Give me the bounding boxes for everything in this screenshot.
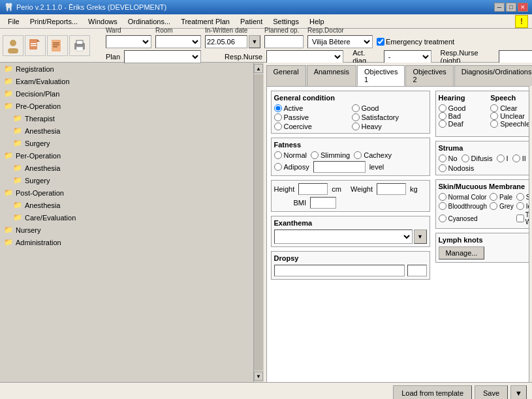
sidebar-item-therapist[interactable]: 📁 Therapist — [0, 112, 253, 125]
radio-skin-pale[interactable]: Pale — [490, 193, 514, 201]
emergency-checkbox[interactable] — [377, 38, 384, 46]
radio-hearing-good-input[interactable] — [439, 104, 446, 112]
sidebar-scrollbar[interactable]: ▲ ▼ — [253, 63, 264, 382]
menu-print[interactable]: Print/Reports... — [25, 16, 83, 27]
radio-skin-grey[interactable]: Grey — [490, 202, 514, 210]
radio-struma-nodosis-input[interactable] — [439, 164, 446, 172]
radio-skin-cyanosed[interactable]: Cyanosed — [439, 211, 488, 226]
radio-coercive-input[interactable] — [274, 123, 282, 130]
room-select[interactable] — [155, 35, 201, 48]
radio-skin-subicteric[interactable]: Subicteric — [516, 193, 529, 201]
scroll-thumb[interactable] — [254, 74, 263, 370]
menu-file[interactable]: File — [3, 16, 25, 27]
turgor-checkbox-item[interactable]: Turgor Weakened — [516, 211, 529, 226]
radio-passive[interactable]: Passive — [274, 113, 349, 121]
save-btn[interactable]: Save — [475, 385, 508, 400]
radio-satisfactory-input[interactable] — [352, 113, 360, 121]
radio-heavy-input[interactable] — [352, 123, 360, 130]
radio-skin-bloodthrough-input[interactable] — [439, 202, 446, 210]
tab-objectives1[interactable]: Objectives 1 — [357, 65, 405, 86]
radio-hearing-deaf[interactable]: Deaf — [439, 120, 483, 128]
radio-skin-cyanosed-input[interactable] — [439, 214, 446, 222]
radio-speech-unclear[interactable]: Unclear — [490, 112, 529, 120]
exanthema-select[interactable] — [274, 229, 413, 244]
toolbar-btn-2[interactable] — [25, 35, 46, 56]
tab-objectives2[interactable]: Objectives 2 — [405, 65, 453, 86]
radio-struma-i-input[interactable] — [497, 155, 505, 162]
dropsy-input[interactable] — [274, 265, 405, 276]
inwritten-input[interactable] — [205, 35, 247, 48]
sidebar-item-care-eval[interactable]: 📁 Care/Evaluation — [0, 211, 253, 224]
radio-slimming[interactable]: Slimming — [311, 151, 350, 159]
radio-struma-nodosis[interactable]: Nodosis — [439, 164, 530, 172]
radio-hearing-good[interactable]: Good — [439, 104, 483, 112]
radio-speech-unclear-input[interactable] — [490, 112, 498, 120]
resp-nurse-select[interactable] — [266, 50, 343, 63]
load-template-btn[interactable]: Load from template — [393, 385, 472, 400]
plan-select[interactable] — [124, 50, 201, 63]
radio-speech-speechless[interactable]: Speechless — [490, 120, 529, 128]
radio-passive-input[interactable] — [274, 113, 282, 121]
date-picker-btn[interactable]: ▼ — [249, 35, 260, 48]
sidebar-item-post-operation[interactable]: 📁 Post-Operation — [0, 186, 253, 199]
radio-coercive[interactable]: Coercive — [274, 123, 349, 130]
radio-skin-icteric-input[interactable] — [516, 202, 524, 210]
bmi-input[interactable] — [310, 197, 336, 209]
radio-good[interactable]: Good — [352, 104, 427, 112]
radio-hearing-deaf-input[interactable] — [439, 120, 446, 128]
radio-struma-no-input[interactable] — [439, 155, 446, 162]
toolbar-btn-4[interactable] — [69, 35, 90, 56]
fatness-level-input[interactable] — [313, 161, 366, 173]
radio-struma-i[interactable]: I — [497, 155, 509, 162]
minimize-button[interactable]: ─ — [494, 3, 505, 12]
radio-skin-normalcolor[interactable]: Normal Color — [439, 193, 488, 201]
exanthema-dropdown-btn[interactable]: ▼ — [414, 229, 427, 244]
radio-skin-normalcolor-input[interactable] — [439, 193, 446, 201]
radio-cachexy-input[interactable] — [354, 151, 362, 159]
tab-general[interactable]: General — [266, 65, 306, 86]
sidebar-item-anesthesia-post[interactable]: 📁 Anesthesia — [0, 199, 253, 211]
sidebar-item-per-operation[interactable]: 📁 Per-Operation — [0, 149, 253, 162]
tab-anamnesis[interactable]: Anamnesis — [307, 65, 356, 86]
radio-good-input[interactable] — [352, 104, 360, 112]
toolbar-btn-1[interactable] — [3, 35, 23, 56]
scroll-up-btn[interactable]: ▲ — [254, 64, 263, 73]
radio-struma-ii[interactable]: II — [512, 155, 526, 162]
radio-speech-clear-input[interactable] — [490, 104, 498, 112]
radio-hearing-bad[interactable]: Bad — [439, 112, 483, 120]
radio-normal[interactable]: Normal — [274, 151, 307, 159]
radio-struma-ii-input[interactable] — [512, 155, 520, 162]
sidebar-item-surgery-pre[interactable]: 📁 Surgery — [0, 137, 253, 149]
radio-heavy[interactable]: Heavy — [352, 123, 427, 130]
radio-struma-difusis-input[interactable] — [462, 155, 469, 162]
radio-skin-grey-input[interactable] — [490, 202, 497, 210]
weight-input[interactable] — [377, 183, 406, 195]
resp-doctor-select[interactable]: Vilija Bētere — [307, 35, 373, 48]
radio-struma-difusis[interactable]: Difusis — [462, 155, 493, 162]
radio-struma-no[interactable]: No — [439, 155, 458, 162]
radio-adiposy[interactable]: Adiposy — [274, 163, 309, 171]
sidebar-item-administration[interactable]: 📁 Administration — [0, 236, 253, 248]
radio-speech-speechless-input[interactable] — [490, 120, 498, 128]
sidebar-item-anesthesia-pre[interactable]: 📁 Anesthesia — [0, 125, 253, 137]
menu-windows[interactable]: Windows — [83, 16, 123, 27]
radio-active[interactable]: Active — [274, 104, 349, 112]
radio-skin-bloodthrough[interactable]: Bloodthrough — [439, 202, 488, 210]
radio-normal-input[interactable] — [274, 151, 282, 159]
height-input[interactable] — [298, 183, 328, 195]
sidebar-item-exam[interactable]: 📁 Exam/Evaluation — [0, 75, 253, 87]
menu-patient[interactable]: Patient — [235, 16, 268, 27]
radio-skin-icteric[interactable]: Icteric — [516, 202, 529, 210]
sidebar-item-pre-operation[interactable]: 📁 Pre-Operation — [0, 100, 253, 112]
tab-diagnosis[interactable]: Diagnosis/Ordinations — [454, 65, 532, 86]
sidebar-item-decision[interactable]: 📁 Decision/Plan — [0, 87, 253, 100]
radio-skin-pale-input[interactable] — [490, 193, 497, 201]
menu-ordinations[interactable]: Ordinations... — [123, 16, 176, 27]
turgor-checkbox[interactable] — [516, 214, 524, 222]
planned-input[interactable] — [264, 35, 304, 48]
save-dropdown-btn[interactable]: ▼ — [510, 385, 527, 400]
menu-treatment-plan[interactable]: Treatment Plan — [176, 16, 235, 27]
manage-btn[interactable]: Manage... — [439, 246, 485, 259]
radio-cachexy[interactable]: Cachexy — [354, 151, 392, 159]
ward-select[interactable] — [106, 35, 151, 48]
